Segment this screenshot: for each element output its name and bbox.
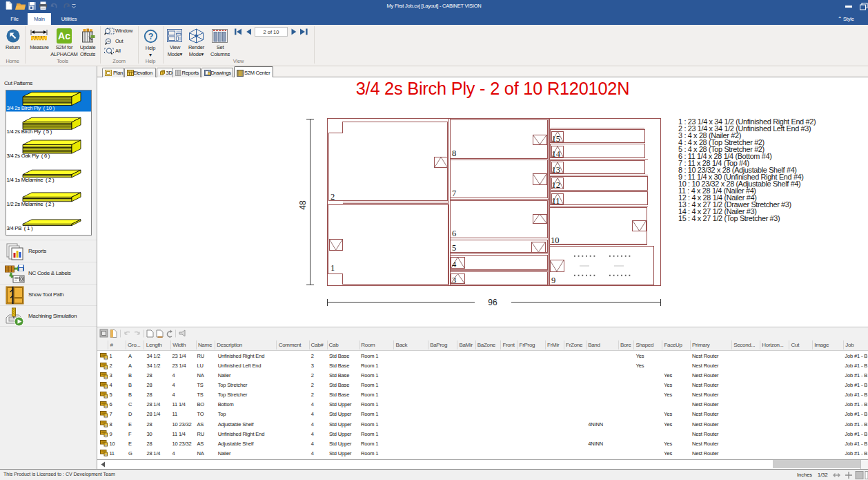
svg-text:3/4 2s Oak Ply ( 6 ): 3/4 2s Oak Ply ( 6 ) bbox=[7, 153, 50, 159]
svg-text:3/4 2s Birch Ply ( 10 ): 3/4 2s Birch Ply ( 10 ) bbox=[7, 105, 55, 111]
svg-text:7: 7 bbox=[452, 189, 456, 198]
svg-text:14: 14 bbox=[552, 149, 561, 159]
svg-text:48: 48 bbox=[298, 200, 308, 210]
svg-text:5: 5 bbox=[452, 243, 456, 253]
svg-text:3: 3 bbox=[452, 276, 456, 285]
svg-text:Ac: Ac bbox=[58, 30, 70, 41]
svg-text:1: 1 bbox=[331, 263, 335, 273]
svg-text:13: 13 bbox=[552, 165, 561, 175]
svg-text:1/2 2s Melamine ( 2 ): 1/2 2s Melamine ( 2 ) bbox=[7, 201, 55, 207]
svg-text:4: 4 bbox=[452, 260, 457, 269]
svg-text:6: 6 bbox=[452, 229, 456, 238]
svg-text:?: ? bbox=[148, 32, 154, 41]
svg-text:12: 12 bbox=[552, 180, 561, 190]
svg-text:10: 10 bbox=[551, 236, 560, 245]
svg-text:9: 9 bbox=[551, 276, 555, 285]
svg-text:2: 2 bbox=[331, 192, 335, 202]
svg-text:8: 8 bbox=[452, 148, 456, 158]
svg-text:1/4 1s Melamine ( 2 ): 1/4 1s Melamine ( 2 ) bbox=[7, 177, 55, 183]
svg-text:3/4 PB ( 1 ): 3/4 PB ( 1 ) bbox=[7, 225, 33, 231]
svg-text:11: 11 bbox=[552, 196, 560, 206]
svg-text:1/4 2s Birch Ply ( 5 ): 1/4 2s Birch Ply ( 5 ) bbox=[7, 128, 52, 135]
svg-text:96: 96 bbox=[488, 298, 497, 307]
svg-text:15: 15 bbox=[552, 134, 561, 144]
